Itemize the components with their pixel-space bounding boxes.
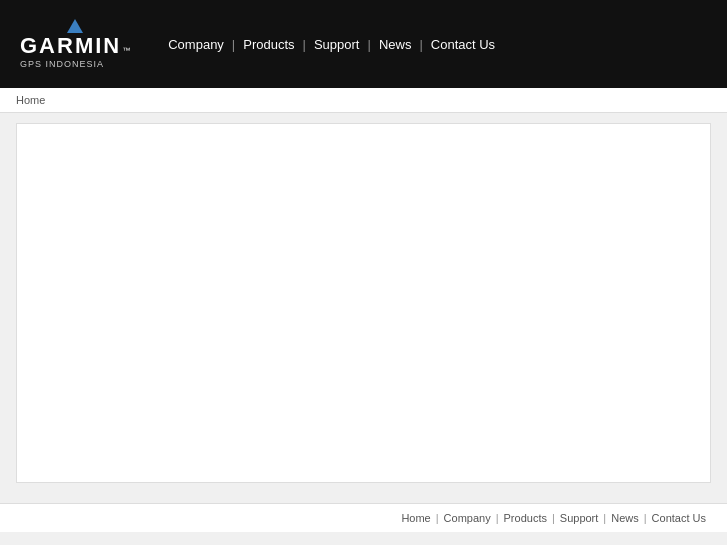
footer: Home | Company | Products | Support | Ne…: [0, 503, 727, 532]
nav-item-news[interactable]: News: [371, 37, 420, 52]
nav-item-support[interactable]: Support: [306, 37, 368, 52]
logo-triangle-icon: [67, 19, 83, 33]
logo-main-text: GARMIN: [20, 35, 121, 57]
breadcrumb: Home: [0, 88, 727, 113]
footer-nav-company[interactable]: Company: [439, 512, 496, 524]
main-nav: Company | Products | Support | News | Co…: [160, 37, 503, 52]
nav-item-contact[interactable]: Contact Us: [423, 37, 503, 52]
logo-sub-text: GPS INDONESIA: [20, 59, 130, 69]
footer-nav-support[interactable]: Support: [555, 512, 604, 524]
footer-nav-news[interactable]: News: [606, 512, 644, 524]
main-wrapper: [0, 113, 727, 503]
logo-tm: ™: [122, 46, 130, 55]
content-box: [16, 123, 711, 483]
header: GARMIN ™ GPS INDONESIA Company | Product…: [0, 0, 727, 88]
nav-item-products[interactable]: Products: [235, 37, 302, 52]
footer-nav: Home | Company | Products | Support | Ne…: [396, 512, 711, 524]
nav-item-company[interactable]: Company: [160, 37, 232, 52]
logo-area: GARMIN ™ GPS INDONESIA: [20, 19, 130, 69]
logo-block: GARMIN ™ GPS INDONESIA: [20, 19, 130, 69]
footer-nav-contact[interactable]: Contact Us: [647, 512, 711, 524]
breadcrumb-home[interactable]: Home: [16, 94, 45, 106]
footer-nav-products[interactable]: Products: [499, 512, 552, 524]
footer-nav-home[interactable]: Home: [396, 512, 435, 524]
